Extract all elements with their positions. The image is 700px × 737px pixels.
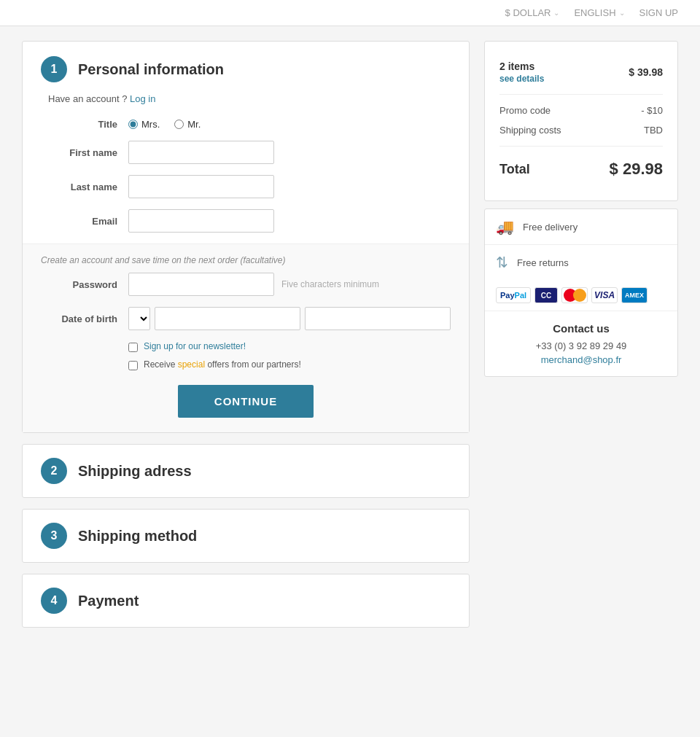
password-hint: Five characters minimum: [281, 279, 379, 289]
title-field: Mrs. Mr.: [128, 119, 451, 130]
partners-row: Receive special offers from our partners…: [128, 359, 451, 370]
contact-title: Contact us: [496, 322, 666, 335]
language-label: ENGLISH: [574, 7, 615, 18]
mrs-label: Mrs.: [141, 119, 160, 130]
dob-day-input[interactable]: [155, 307, 300, 330]
password-input[interactable]: [128, 273, 274, 296]
promo-label: Promo code: [499, 105, 551, 116]
password-row: Password Five characters minimum: [41, 273, 451, 296]
email-input[interactable]: [128, 209, 274, 233]
email-field: [128, 209, 451, 233]
see-details-link[interactable]: see details: [499, 74, 544, 84]
shipping-cost-label: Shipping costs: [499, 125, 561, 136]
partners-checkbox[interactable]: [128, 361, 138, 370]
step4-circle: 4: [41, 588, 67, 614]
total-amount: $ 29.98: [610, 160, 663, 179]
newsletter-row: Sign up for our newsletter!: [128, 341, 451, 352]
returns-icon: ⇅: [496, 254, 508, 271]
step2-circle: 2: [41, 458, 67, 484]
dob-row: Date of birth: [41, 307, 451, 330]
shipping-cost-amount: TBD: [644, 125, 663, 136]
amex-icon: AMEX: [621, 287, 648, 303]
currency-selector[interactable]: $ DOLLAR ⌄: [505, 7, 560, 18]
step2-title: Shipping adress: [78, 463, 192, 480]
continue-button[interactable]: CONTINUE: [178, 385, 314, 418]
signup-link[interactable]: SIGN UP: [639, 7, 678, 18]
step4-card: 4 Payment: [22, 574, 470, 628]
truck-icon: 🚚: [496, 218, 514, 235]
email-label: Email: [41, 216, 128, 227]
divider1: [499, 94, 663, 95]
login-link[interactable]: Log in: [130, 93, 155, 104]
step2-card: 2 Shipping adress: [22, 444, 470, 498]
step1-title: Personal information: [78, 61, 224, 78]
step4-title: Payment: [78, 593, 139, 609]
order-summary: 2 items see details $ 39.98 Promo code -…: [484, 41, 678, 201]
title-row: Title Mrs. Mr.: [41, 119, 451, 130]
newsletter-link[interactable]: Sign up for our newsletter!: [144, 341, 246, 351]
topbar: $ DOLLAR ⌄ ENGLISH ⌄ SIGN UP: [0, 0, 700, 26]
divider2: [499, 146, 663, 147]
optional-section: Create an account and save time on the n…: [23, 243, 469, 432]
payment-icons: PayPal CC VISA AMEX: [485, 280, 677, 311]
newsletter-checkbox[interactable]: [128, 343, 138, 352]
left-column: 1 Personal information Have an account ?…: [22, 41, 470, 628]
visa-icon: VISA: [591, 287, 618, 303]
currency-label: $ DOLLAR: [505, 7, 551, 18]
title-label: Title: [41, 119, 128, 130]
promo-row: Promo code - $10: [499, 101, 663, 120]
lastname-label: Last name: [41, 182, 128, 192]
lastname-field: [128, 175, 451, 198]
contact-phone: +33 (0) 3 92 89 29 49: [496, 340, 666, 351]
language-selector[interactable]: ENGLISH ⌄: [574, 7, 624, 18]
shipping-cost-row: Shipping costs TBD: [499, 120, 663, 140]
dob-field: [128, 307, 451, 330]
items-count-block: 2 items see details: [499, 61, 544, 84]
step3-card: 3 Shipping method: [22, 509, 470, 563]
promo-amount: - $10: [641, 105, 663, 116]
mr-radio[interactable]: [174, 120, 184, 129]
mr-label: Mr.: [187, 119, 201, 130]
firstname-label: First name: [41, 147, 128, 158]
step2-header: 2 Shipping adress: [23, 445, 469, 497]
mrs-radio[interactable]: [128, 120, 138, 129]
features-card: 🚚 Free delivery ⇅ Free returns PayPal CC…: [484, 208, 678, 377]
firstname-row: First name: [41, 141, 451, 164]
dob-year-input[interactable]: [305, 307, 451, 330]
step1-card: 1 Personal information Have an account ?…: [22, 41, 470, 433]
newsletter-label: Sign up for our newsletter!: [144, 341, 246, 351]
returns-row: ⇅ Free returns: [485, 245, 677, 280]
contact-box: Contact us +33 (0) 3 92 89 29 49 merchan…: [485, 311, 677, 376]
mastercard-icon: [561, 287, 588, 303]
mrs-option[interactable]: Mrs.: [128, 119, 160, 130]
currency-chevron-icon: ⌄: [553, 9, 559, 17]
paypal-icon: PayPal: [496, 287, 531, 303]
dob-label: Date of birth: [41, 313, 128, 324]
language-chevron-icon: ⌄: [619, 9, 625, 17]
lastname-input[interactable]: [128, 175, 274, 198]
total-label: Total: [499, 162, 530, 177]
delivery-label: Free delivery: [523, 222, 578, 233]
email-row: Email: [41, 209, 451, 233]
returns-label: Free returns: [517, 257, 569, 268]
step3-title: Shipping method: [78, 528, 197, 545]
password-label: Password: [41, 279, 128, 290]
firstname-field: [128, 141, 451, 164]
items-count: 2 items: [499, 61, 534, 72]
account-prompt: Have an account ? Log in: [48, 93, 451, 104]
contact-email[interactable]: merchand@shop.fr: [541, 354, 622, 365]
cc-icon: CC: [534, 287, 558, 303]
mr-option[interactable]: Mr.: [174, 119, 201, 130]
items-row: 2 items see details $ 39.98: [499, 56, 663, 88]
firstname-input[interactable]: [128, 141, 274, 164]
step1-header: 1 Personal information: [41, 56, 451, 82]
total-row: Total $ 29.98: [499, 152, 663, 186]
items-price: $ 39.98: [629, 66, 663, 78]
step3-header: 3 Shipping method: [23, 510, 469, 562]
step1-circle: 1: [41, 56, 67, 82]
page-content: 1 Personal information Have an account ?…: [0, 26, 700, 642]
partners-label: Receive special offers from our partners…: [144, 359, 301, 370]
dob-month-select[interactable]: [128, 307, 150, 330]
lastname-row: Last name: [41, 175, 451, 198]
step4-header: 4 Payment: [23, 574, 469, 627]
